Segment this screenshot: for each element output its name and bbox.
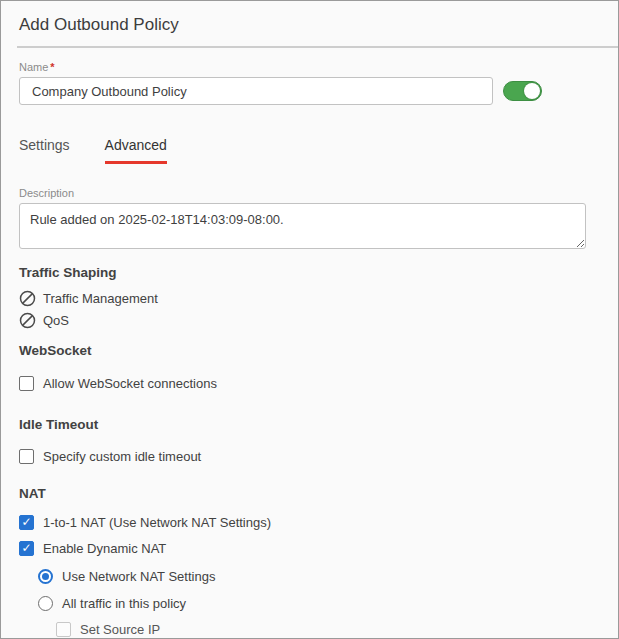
name-row [19, 77, 600, 105]
use-network-nat-settings-row: Use Network NAT Settings [38, 568, 618, 585]
policy-name-input[interactable] [19, 77, 493, 105]
all-traffic-radio[interactable] [38, 596, 53, 611]
allow-websocket-checkbox[interactable] [19, 376, 34, 391]
use-network-nat-settings-radio[interactable] [38, 569, 53, 584]
tab-bar: Settings Advanced [19, 137, 618, 164]
qos-label: QoS [43, 313, 69, 328]
qos-item[interactable]: QoS [19, 311, 618, 329]
use-network-nat-settings-label: Use Network NAT Settings [62, 569, 215, 584]
all-traffic-label: All traffic in this policy [62, 596, 186, 611]
page-title: Add Outbound Policy [19, 13, 600, 36]
custom-idle-timeout-row: Specify custom idle timeout [19, 448, 618, 465]
add-outbound-policy-dialog: Add Outbound Policy Name* Settings Advan… [0, 0, 619, 639]
custom-idle-timeout-label: Specify custom idle timeout [43, 449, 201, 464]
all-traffic-row: All traffic in this policy [38, 595, 618, 612]
name-field-label: Name* [19, 61, 618, 74]
title-divider [17, 46, 618, 48]
set-source-ip-label: Set Source IP [80, 622, 160, 637]
toggle-knob [524, 83, 540, 99]
custom-idle-timeout-checkbox[interactable] [19, 449, 34, 464]
policy-enabled-toggle[interactable] [503, 81, 542, 101]
websocket-heading: WebSocket [19, 343, 618, 359]
one-to-one-nat-label: 1-to-1 NAT (Use Network NAT Settings) [43, 515, 271, 530]
enable-dynamic-nat-row: Enable Dynamic NAT [19, 540, 618, 557]
one-to-one-nat-checkbox[interactable] [19, 515, 34, 530]
allow-websocket-row: Allow WebSocket connections [19, 375, 618, 392]
prohibited-icon [19, 290, 36, 307]
allow-websocket-label: Allow WebSocket connections [43, 376, 217, 391]
idle-timeout-heading: Idle Timeout [19, 417, 618, 433]
traffic-shaping-heading: Traffic Shaping [19, 265, 618, 281]
description-textarea[interactable]: Rule added on 2025-02-18T14:03:09-08:00. [19, 203, 586, 249]
required-asterisk: * [50, 61, 54, 73]
nat-heading: NAT [19, 486, 618, 502]
traffic-management-label: Traffic Management [43, 291, 158, 306]
set-source-ip-row: Set Source IP [56, 621, 618, 638]
set-source-ip-checkbox[interactable] [56, 622, 71, 637]
tab-settings[interactable]: Settings [19, 137, 70, 164]
enable-dynamic-nat-checkbox[interactable] [19, 541, 34, 556]
description-label: Description [19, 187, 618, 200]
traffic-management-item[interactable]: Traffic Management [19, 289, 618, 307]
enable-dynamic-nat-label: Enable Dynamic NAT [43, 541, 166, 556]
tab-advanced[interactable]: Advanced [105, 137, 167, 164]
prohibited-icon [19, 312, 36, 329]
one-to-one-nat-row: 1-to-1 NAT (Use Network NAT Settings) [19, 514, 618, 531]
